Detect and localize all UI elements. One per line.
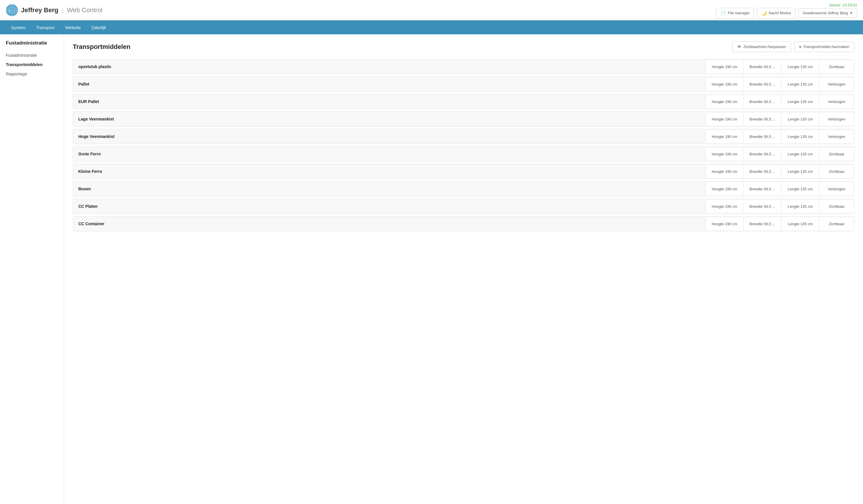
row-breedte: Breedte 56,5 ... [743, 113, 781, 126]
row-cells: Hoogte 190 cm Breedte 56,5 ... Lengte 13… [705, 130, 854, 143]
row-name: Kleine Ferro [73, 165, 705, 178]
user-label: Goedenavond Jeffrey Berg [803, 11, 848, 15]
user-dropdown[interactable]: Goedenavond Jeffrey Berg ▼ [798, 8, 857, 18]
row-breedte: Breedte 56,5 ... [743, 78, 781, 90]
row-breedte: Breedte 56,5 ... [743, 95, 781, 108]
row-lengte: Lengte 135 cm [781, 130, 819, 143]
row-hoogte: Hoogte 190 cm [705, 148, 743, 160]
row-lengte: Lengte 135 cm [781, 78, 819, 90]
nacht-modus-button[interactable]: 🌙 Nacht Modus [757, 8, 796, 18]
file-manager-button[interactable]: 📄 File manager [716, 8, 754, 18]
row-lengte: Lengte 135 cm [781, 200, 819, 213]
transport-row[interactable]: opzetstuk plastic Hoogte 190 cm Breedte … [73, 59, 854, 74]
nav-item-website[interactable]: Website [60, 21, 86, 34]
row-status: Verborgen [819, 78, 854, 90]
create-button[interactable]: + Transportmiddel Aanmaken [794, 41, 854, 52]
globe-icon: ↖ [6, 4, 18, 16]
transport-list: opzetstuk plastic Hoogte 190 cm Breedte … [73, 59, 854, 231]
row-hoogte: Hoogte 190 cm [705, 95, 743, 108]
row-status: Verborgen [819, 183, 854, 195]
row-cells: Hoogte 190 cm Breedte 56,5 ... Lengte 13… [705, 113, 854, 126]
row-lengte: Lengte 135 cm [781, 183, 819, 195]
plus-icon: + [799, 44, 802, 49]
nav-item-zakelijk[interactable]: Zakelijk [86, 21, 112, 34]
row-hoogte: Hoogte 190 cm [705, 113, 743, 126]
nav-item-transport[interactable]: Transport [31, 21, 60, 34]
row-lengte: Lengte 135 cm [781, 148, 819, 160]
row-lengte: Lengte 135 cm [781, 61, 819, 73]
row-status: Zichtbaar [819, 200, 854, 213]
brand-name: Jeffrey Berg | Web Control [21, 7, 102, 14]
sidebar-item-fustadministratie[interactable]: Fustadministratie [0, 51, 64, 60]
row-lengte: Lengte 135 cm [781, 218, 819, 230]
chevron-down-icon: ▼ [850, 11, 853, 15]
transport-row[interactable]: Hoge Veenmankist Hoogte 190 cm Breedte 5… [73, 129, 854, 144]
sidebar-title: Fustadministratie [0, 40, 64, 51]
main-actions: 👁 Zichtbaarheid Aanpassen + Transportmid… [732, 41, 854, 52]
session-label: Sessie: 23:59:52 [829, 3, 857, 7]
file-manager-label: File manager [728, 11, 750, 15]
row-breedte: Breedte 56,5 ... [743, 130, 781, 143]
row-status: Verborgen [819, 95, 854, 108]
row-cells: Hoogte 190 cm Breedte 56,5 ... Lengte 13… [705, 218, 854, 230]
row-name: opzetstuk plastic [73, 60, 705, 73]
row-hoogte: Hoogte 190 cm [705, 183, 743, 195]
transport-row[interactable]: CC Container Hoogte 190 cm Breedte 56,5 … [73, 216, 854, 231]
row-hoogte: Hoogte 190 cm [705, 200, 743, 213]
main-header: Transportmiddelen 👁 Zichtbaarheid Aanpas… [73, 41, 854, 52]
row-lengte: Lengte 135 cm [781, 113, 819, 126]
row-cells: Hoogte 190 cm Breedte 56,5 ... Lengte 13… [705, 183, 854, 195]
visibility-btn-label: Zichtbaarheid Aanpassen [743, 44, 786, 49]
row-name: CC Container [73, 217, 705, 230]
row-status: Zichtbaar [819, 165, 854, 178]
transport-row[interactable]: CC Platen Hoogte 190 cm Breedte 56,5 ...… [73, 199, 854, 214]
row-lengte: Lengte 135 cm [781, 165, 819, 178]
row-hoogte: Hoogte 190 cm [705, 130, 743, 143]
transport-row[interactable]: Kleine Ferro Hoogte 190 cm Breedte 56,5 … [73, 164, 854, 179]
row-name: EUR Pallet [73, 95, 705, 108]
row-hoogte: Hoogte 190 cm [705, 78, 743, 90]
row-status: Zichtbaar [819, 61, 854, 73]
row-name: CC Platen [73, 200, 705, 213]
sidebar-item-rapportage[interactable]: Rapportage [0, 69, 64, 79]
eye-icon: 👁 [737, 44, 741, 49]
row-breedte: Breedte 56,5 ... [743, 183, 781, 195]
row-name: Lage Veenmankist [73, 113, 705, 126]
row-cells: Hoogte 190 cm Breedte 56,5 ... Lengte 13… [705, 78, 854, 90]
row-cells: Hoogte 190 cm Breedte 56,5 ... Lengte 13… [705, 165, 854, 178]
row-breedte: Breedte 56,5 ... [743, 148, 781, 160]
nav-item-system[interactable]: System [6, 21, 31, 34]
row-cells: Hoogte 190 cm Breedte 56,5 ... Lengte 13… [705, 61, 854, 73]
page-title: Transportmiddelen [73, 43, 130, 51]
page-layout: Fustadministratie Fustadministratie Tran… [0, 34, 863, 504]
row-name: Hoge Veenmankist [73, 130, 705, 143]
main-nav: System Transport Website Zakelijk [0, 21, 863, 34]
transport-row[interactable]: EUR Pallet Hoogte 190 cm Breedte 56,5 ..… [73, 94, 854, 109]
transport-row[interactable]: Boxen Hoogte 190 cm Breedte 56,5 ... Len… [73, 181, 854, 196]
transport-row[interactable]: Pallet Hoogte 190 cm Breedte 56,5 ... Le… [73, 77, 854, 92]
row-status: Verborgen [819, 130, 854, 143]
row-status: Verborgen [819, 113, 854, 126]
row-hoogte: Hoogte 190 cm [705, 61, 743, 73]
create-btn-label: Transportmiddel Aanmaken [803, 44, 850, 49]
transport-row[interactable]: Grote Ferro Hoogte 190 cm Breedte 56,5 .… [73, 146, 854, 161]
row-breedte: Breedte 56,5 ... [743, 218, 781, 230]
row-lengte: Lengte 135 cm [781, 95, 819, 108]
row-status: Zichtbaar [819, 218, 854, 230]
row-status: Zichtbaar [819, 148, 854, 160]
row-breedte: Breedte 56,5 ... [743, 165, 781, 178]
brand-area: ↖ Jeffrey Berg | Web Control [6, 4, 102, 16]
row-name: Grote Ferro [73, 147, 705, 160]
main-content: Transportmiddelen 👁 Zichtbaarheid Aanpas… [64, 34, 863, 504]
svg-text:↖: ↖ [8, 9, 12, 13]
sidebar-item-transportmiddelen[interactable]: Transportmiddelen [0, 60, 64, 69]
row-breedte: Breedte 56,5 ... [743, 200, 781, 213]
row-hoogte: Hoogte 190 cm [705, 165, 743, 178]
visibility-button[interactable]: 👁 Zichtbaarheid Aanpassen [732, 41, 791, 52]
row-cells: Hoogte 190 cm Breedte 56,5 ... Lengte 13… [705, 200, 854, 213]
nacht-modus-label: Nacht Modus [769, 11, 791, 15]
row-cells: Hoogte 190 cm Breedte 56,5 ... Lengte 13… [705, 95, 854, 108]
transport-row[interactable]: Lage Veenmankist Hoogte 190 cm Breedte 5… [73, 112, 854, 127]
row-breedte: Breedte 56,5 ... [743, 61, 781, 73]
header-actions: 📄 File manager 🌙 Nacht Modus Goedenavond… [716, 8, 857, 18]
